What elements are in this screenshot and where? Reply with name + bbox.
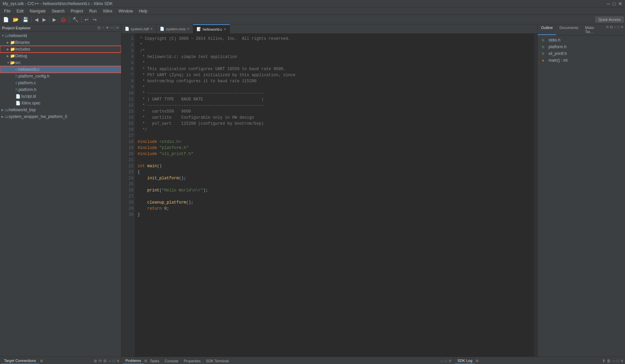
menu-window[interactable]: Window xyxy=(116,8,136,14)
tab-sdk-terminal[interactable]: SDK Terminal xyxy=(203,358,231,364)
minimize-button[interactable]: ─ xyxy=(607,1,610,6)
tree-item-platform-c[interactable]: c platform.c xyxy=(0,80,121,86)
outline-item-main[interactable]: ● main() : int xyxy=(539,57,624,64)
menu-edit[interactable]: Edit xyxy=(14,8,26,14)
tab-outline[interactable]: Outline xyxy=(538,24,556,35)
toolbar-forward[interactable]: ▶ xyxy=(41,16,48,23)
collapse-all-icon[interactable]: ⊟ xyxy=(97,26,100,30)
toolbar-debug[interactable]: 🐞 xyxy=(59,16,68,23)
tc-settings-icon[interactable]: ⚙ xyxy=(103,359,107,363)
menu-help[interactable]: Help xyxy=(136,8,150,14)
menu-xilinx[interactable]: Xilinx xyxy=(100,8,115,14)
sdk-log-clear-icon[interactable]: 🗑 xyxy=(607,359,611,363)
tab-system-hdf[interactable]: 📄 system.hdf ✕ xyxy=(121,24,156,33)
tree-item-system-wrapper[interactable]: ▶ 🗂 system_wrapper_hw_platform_0 xyxy=(0,113,121,120)
link-editor-icon[interactable]: ↔ xyxy=(101,26,105,30)
tab-sdk-log[interactable]: SDK Log xyxy=(455,358,475,364)
outline-sync-icon[interactable]: ⟳ xyxy=(606,25,609,34)
toolbar-open[interactable]: 📂 xyxy=(11,16,20,23)
folder-icon-debug: 📁 xyxy=(10,54,15,58)
tab-tasks[interactable]: Tasks xyxy=(147,358,162,364)
tc-maximize-icon[interactable]: □ xyxy=(113,359,115,363)
maximize-panel-icon[interactable]: □ xyxy=(113,26,115,30)
tree-item-debug[interactable]: ▶ 📁 Debug xyxy=(0,53,121,59)
view-menu-icon[interactable]: ▼ xyxy=(106,26,109,30)
outline-item-platform[interactable]: h platform.h xyxy=(539,43,624,50)
tab-make-tar[interactable]: Make Tar... xyxy=(582,24,604,35)
toolbar-redo[interactable]: ↪ xyxy=(91,16,98,23)
sdk-log-maximize-icon[interactable]: □ xyxy=(617,359,619,363)
outline-maximize-icon[interactable]: □ xyxy=(617,25,620,34)
outline-close-icon[interactable]: ✕ xyxy=(621,25,624,34)
close-button[interactable]: ✕ xyxy=(618,1,622,6)
restore-button[interactable]: □ xyxy=(613,1,616,6)
tab-close-helloworld-c[interactable]: ✕ xyxy=(224,27,226,31)
tc-refresh-icon[interactable]: ⟳ xyxy=(98,359,102,363)
toolbar-sep4 xyxy=(81,17,82,23)
folder-icon-binaries: 📁 xyxy=(10,40,15,45)
toolbar-new[interactable]: 📄 xyxy=(1,16,10,23)
toolbar-run[interactable]: ▶ xyxy=(51,16,58,23)
project-explorer-panel: Project Explorer ⊟ ↔ ▼ ─ □ ✕ ▼ 🗂 hellowo… xyxy=(0,24,121,357)
menu-search[interactable]: Search xyxy=(49,8,67,14)
outline-collapse-icon[interactable]: ⊟ xyxy=(610,25,613,34)
problems-maximize-icon[interactable]: □ xyxy=(445,359,447,363)
problems-close-icon[interactable]: ✕ xyxy=(448,359,452,363)
close-panel-icon[interactable]: ✕ xyxy=(116,26,119,30)
tab-target-connections[interactable]: Target Connections xyxy=(1,358,39,364)
tree-item-platform-h[interactable]: h platform.h xyxy=(0,86,121,93)
code-editor[interactable]: * Copyright (C) 2009 - 2014 Xilinx, Inc.… xyxy=(135,34,534,357)
tree-item-helloworld-bsp[interactable]: ▶ 🗂 helloworld_bsp xyxy=(0,107,121,113)
toolbar-sep3 xyxy=(69,17,69,23)
outline-controls: ⟳ ⊟ ─ □ ✕ xyxy=(604,24,625,35)
file-icon-platform-h: h xyxy=(16,87,18,92)
arrow-includes: ▶ xyxy=(7,48,10,51)
outline-minimize-icon[interactable]: ─ xyxy=(614,25,617,34)
toolbar-sep2 xyxy=(49,17,50,23)
file-icon-platform-config: h xyxy=(16,74,18,79)
editor-scrollbar[interactable] xyxy=(534,34,537,357)
tab-documents[interactable]: Documents xyxy=(556,24,582,35)
tc-minimize-icon[interactable]: ─ xyxy=(108,359,111,363)
minimize-panel-icon[interactable]: ─ xyxy=(110,26,113,30)
sdk-log-minimize-icon[interactable]: ─ xyxy=(612,359,615,363)
sdk-log-close-icon[interactable]: ✕ xyxy=(620,359,624,363)
tree-item-xilinx-spec[interactable]: 📄 Xilinx.spec xyxy=(0,100,121,107)
quick-access-button[interactable]: Quick Access xyxy=(595,17,624,23)
menu-run[interactable]: Run xyxy=(87,8,99,14)
outline-item-xil-printf[interactable]: h xil_printf.h xyxy=(539,50,624,57)
toolbar-build[interactable]: 🔨 xyxy=(71,16,80,23)
folder-icon-includes: 📁 xyxy=(10,47,15,52)
tc-add-icon[interactable]: ⊕ xyxy=(94,359,97,363)
tab-close-system-hdf[interactable]: ✕ xyxy=(150,27,153,31)
toolbar-save[interactable]: 💾 xyxy=(21,16,30,23)
outline-icon-main: ● xyxy=(540,58,546,63)
window-controls[interactable]: ─ □ ✕ xyxy=(607,1,622,6)
toolbar: 📄 📂 💾 ◀ ▶ ▶ 🐞 🔨 ↩ ↪ Quick Access xyxy=(0,15,625,24)
arrow-helloworld: ▼ xyxy=(1,34,5,37)
menu-file[interactable]: File xyxy=(1,8,13,14)
tc-close-icon[interactable]: ✕ xyxy=(116,359,120,363)
tree-item-binaries[interactable]: ▶ 📁 Binaries xyxy=(0,39,121,46)
project-explorer-controls[interactable]: ⊟ ↔ ▼ ─ □ ✕ xyxy=(97,26,119,30)
tree-item-helloworld[interactable]: ▼ 🗂 helloworld xyxy=(0,32,121,39)
tab-system-mss[interactable]: 📄 system.mss ✕ xyxy=(156,24,193,33)
tree-item-lscript[interactable]: 📄 lscript.ld xyxy=(0,93,121,100)
toolbar-undo[interactable]: ↩ xyxy=(83,16,90,23)
tab-helloworld-c[interactable]: 📝 helloworld.c ✕ xyxy=(193,24,230,33)
tab-close-system-mss[interactable]: ✕ xyxy=(187,27,189,31)
toolbar-back[interactable]: ◀ xyxy=(33,16,40,23)
tree-item-platform-config[interactable]: h platform_config.h xyxy=(0,73,121,80)
problems-minimize-icon[interactable]: ─ xyxy=(440,359,443,363)
outline-item-stdio[interactable]: h stdio.h xyxy=(539,37,624,43)
tree-item-helloworld-c[interactable]: ▶ c helloworld.c xyxy=(0,66,121,73)
tree-item-src[interactable]: ▼ 📂 src xyxy=(0,59,121,66)
sdk-log-export-icon[interactable]: ⬆ xyxy=(602,359,605,363)
menu-navigate[interactable]: Navigate xyxy=(27,8,48,14)
label-helloworld-c: helloworld.c xyxy=(18,67,39,72)
tab-console[interactable]: Console xyxy=(162,358,181,364)
tab-properties[interactable]: Properties xyxy=(181,358,203,364)
tree-item-includes[interactable]: ▶ 📁 Includes xyxy=(0,46,121,53)
tab-problems[interactable]: Problems xyxy=(123,358,144,364)
menu-project[interactable]: Project xyxy=(68,8,86,14)
